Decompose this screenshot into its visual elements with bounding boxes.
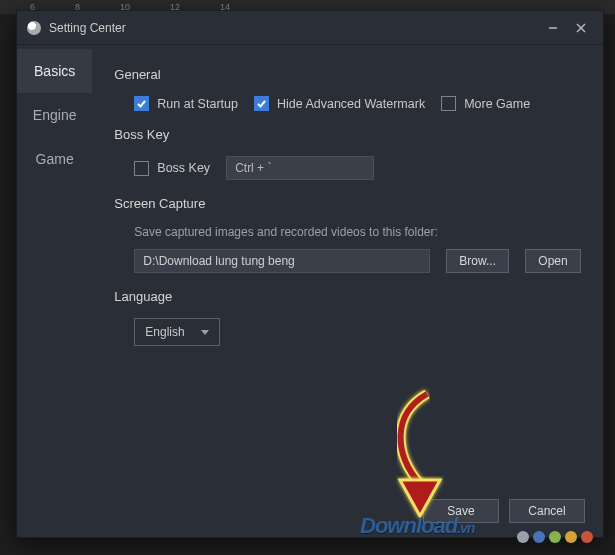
bosskey-shortcut-input[interactable] (226, 156, 374, 180)
checkbox-label: Run at Startup (157, 97, 238, 111)
language-select[interactable]: English (134, 318, 220, 346)
capture-hint: Save captured images and recorded videos… (114, 225, 581, 239)
tab-game[interactable]: Game (17, 137, 92, 181)
checkbox-icon (441, 96, 456, 111)
open-button[interactable]: Open (525, 249, 581, 273)
minimize-button[interactable] (539, 15, 567, 41)
window-title: Setting Center (49, 21, 126, 35)
tab-basics[interactable]: Basics (17, 49, 92, 93)
titlebar: Setting Center (17, 11, 603, 45)
language-selected: English (145, 325, 184, 339)
browse-button[interactable]: Brow... (446, 249, 509, 273)
capture-path-input[interactable] (134, 249, 430, 273)
checkbox-bosskey[interactable]: Boss Key (134, 161, 210, 176)
chevron-down-icon (201, 330, 209, 335)
section-general-title: General (114, 67, 581, 82)
checkbox-hide-watermark[interactable]: Hide Advanced Watermark (254, 96, 425, 111)
close-button[interactable] (567, 15, 595, 41)
close-icon (576, 23, 586, 33)
section-language-title: Language (114, 289, 581, 304)
cancel-button[interactable]: Cancel (509, 499, 585, 523)
section-capture-title: Screen Capture (114, 196, 581, 211)
check-icon (254, 96, 269, 111)
checkbox-label: Boss Key (157, 161, 210, 175)
checkbox-more-game[interactable]: More Game (441, 96, 530, 111)
checkbox-label: Hide Advanced Watermark (277, 97, 425, 111)
checkbox-icon (134, 161, 149, 176)
minimize-icon (548, 23, 558, 33)
app-icon (27, 21, 41, 35)
sidebar: Basics Engine Game (17, 45, 92, 537)
checkbox-run-at-startup[interactable]: Run at Startup (134, 96, 238, 111)
checkbox-label: More Game (464, 97, 530, 111)
tab-engine[interactable]: Engine (17, 93, 92, 137)
check-icon (134, 96, 149, 111)
section-bosskey-title: Boss Key (114, 127, 581, 142)
content-pane: General Run at Startup Hide Advanced Wat… (92, 45, 603, 537)
dialog-footer: Save Cancel (423, 499, 585, 523)
settings-dialog: Setting Center Basics Engine Game Genera… (16, 10, 604, 538)
save-button[interactable]: Save (423, 499, 499, 523)
